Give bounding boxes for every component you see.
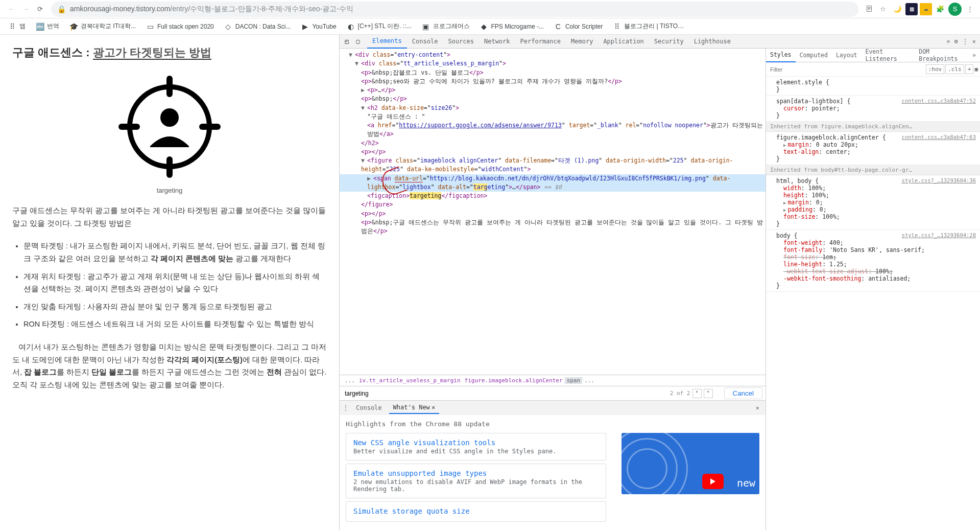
dom-tree[interactable]: ▼<div class="entry-content"> ▼<div class… bbox=[340, 49, 766, 375]
hov-toggle[interactable]: :hov bbox=[926, 64, 945, 74]
bookmark-item[interactable]: ▭Full stack open 2020 bbox=[142, 20, 218, 33]
bullet-list: 문맥 타겟팅 : 내가 포스팅한 페이지 내에서, 키워드 분석, 단어 빈도,… bbox=[23, 240, 327, 331]
svg-point-5 bbox=[160, 108, 179, 127]
list-item: 게재 위치 타겟팅 : 광고주가 광고 게재 위치(문맥 내 또는 상단 등)나… bbox=[23, 270, 327, 295]
bookmark-item[interactable]: 🔤번역 bbox=[32, 20, 63, 33]
elements-panel: ▼<div class="entry-content"> ▼<div class… bbox=[340, 49, 766, 530]
figure-caption: targeting bbox=[12, 187, 327, 194]
styles-tab-event-listeners[interactable]: Event Listeners bbox=[861, 49, 915, 62]
news-item[interactable]: Simulate storage quota size bbox=[346, 501, 606, 522]
cls-toggle[interactable]: .cls bbox=[945, 64, 964, 74]
drawer-close-icon[interactable]: ✕ bbox=[753, 404, 762, 411]
devtools-tab-memory[interactable]: Memory bbox=[566, 35, 598, 49]
devtools-tab-application[interactable]: Application bbox=[598, 35, 649, 49]
settings-icon[interactable]: ⚙ bbox=[954, 38, 958, 45]
devtools-tab-console[interactable]: Console bbox=[407, 35, 443, 49]
url-text: amkorousagi-money.tistory.com/entry/수익형-… bbox=[70, 5, 852, 14]
devtools-tab-performance[interactable]: Performance bbox=[515, 35, 566, 49]
page-content: 구글 애드센스 : 광고가 타겟팅되는 방법 targeting 구글 애드센스… bbox=[0, 35, 339, 530]
profile-avatar[interactable]: S bbox=[948, 3, 962, 16]
browser-actions: 🈂 ☆ 🌙 ▦ ☁ 🧩 S ⋮ bbox=[863, 3, 976, 16]
more-tabs-icon[interactable]: » bbox=[946, 38, 950, 45]
translate-icon[interactable]: 🈂 bbox=[863, 3, 875, 15]
bookmarks-bar: ⠿앱🔤번역🎓경북대학교 IT대학...▭Full stack open 2020… bbox=[0, 18, 980, 35]
list-item: 개인 맞춤 타게팅 : 사용자의 관심 분야 및 인구 통계 등으로 타겟팅된 … bbox=[23, 301, 327, 313]
inspect-icon[interactable]: ◰ bbox=[343, 38, 351, 45]
bookmark-item[interactable]: ◇DACON : Data Sci... bbox=[220, 20, 295, 33]
search-next[interactable]: ˅ bbox=[704, 389, 713, 398]
bookmark-item[interactable]: 🎓경북대학교 IT대학... bbox=[65, 20, 140, 33]
bookmark-item[interactable]: CColor Scripter bbox=[550, 20, 607, 33]
svg-rect-1 bbox=[166, 76, 173, 97]
dom-breadcrumb[interactable]: ... iv.tt_article_useless_p_margin figur… bbox=[340, 375, 766, 386]
styles-tab-computed[interactable]: Computed bbox=[796, 49, 832, 62]
css-rule[interactable]: figure.imageblock.alignCenter {content.c… bbox=[766, 132, 980, 165]
ext-icon-1[interactable]: 🌙 bbox=[891, 3, 903, 15]
intro-text: 구글 애드센스는 무작위 광고를 보여주는 게 아니라 타겟팅된 광고를 보여준… bbox=[12, 204, 327, 229]
styles-filter-input[interactable] bbox=[766, 64, 924, 75]
devtools-tab-network[interactable]: Network bbox=[479, 35, 515, 49]
back-button[interactable]: ← bbox=[4, 2, 18, 16]
new-rule-icon[interactable]: + bbox=[965, 64, 974, 74]
star-icon[interactable]: ☆ bbox=[877, 3, 889, 15]
css-rule[interactable]: span[data-lightbox] {content.css…c3a8ab4… bbox=[766, 96, 980, 122]
styles-tab-dom-breakpoints[interactable]: DOM Breakpoints bbox=[915, 49, 968, 62]
devtools-tab-security[interactable]: Security bbox=[649, 35, 689, 49]
lock-icon: 🔒 bbox=[57, 5, 66, 13]
devtools-toolbar: ◰ ▢ ElementsConsoleSourcesNetworkPerform… bbox=[340, 35, 980, 49]
address-bar[interactable]: 🔒 amkorousagi-money.tistory.com/entry/수익… bbox=[51, 2, 858, 17]
bookmark-item[interactable]: ⠿블로그관리 | TISTO… bbox=[609, 20, 688, 33]
news-item[interactable]: Emulate unsupported image types2 new emu… bbox=[346, 464, 606, 498]
play-icon bbox=[702, 474, 724, 489]
elements-search-bar: 2 of 2 ˄ ˅ Cancel bbox=[340, 386, 766, 400]
sidebar-toggle-icon[interactable]: ▣ bbox=[974, 66, 978, 73]
devtools-menu-icon[interactable]: ⋮ bbox=[962, 38, 968, 45]
search-prev[interactable]: ˄ bbox=[692, 389, 702, 398]
extensions-icon[interactable]: 🧩 bbox=[934, 3, 946, 15]
styles-tab-layout[interactable]: Layout bbox=[832, 49, 862, 62]
inherit-separator: Inherited from figure.imageblock.alignCe… bbox=[766, 122, 980, 132]
list-item: 문맥 타겟팅 : 내가 포스팅한 페이지 내에서, 키워드 분석, 단어 빈도,… bbox=[23, 240, 327, 265]
bookmark-item[interactable]: ◐[C++] STL 이란. ::... bbox=[343, 20, 416, 33]
styles-panel: StylesComputedLayoutEvent ListenersDOM B… bbox=[766, 49, 980, 530]
ext-icon-2[interactable]: ▦ bbox=[905, 3, 918, 15]
browser-toolbar: ← → ⟳ 🔒 amkorousagi-money.tistory.com/en… bbox=[0, 0, 980, 18]
styles-tab-styles[interactable]: Styles bbox=[766, 49, 796, 62]
svg-rect-2 bbox=[166, 156, 173, 178]
devtools-tab-sources[interactable]: Sources bbox=[443, 35, 479, 49]
drawer-heading: Highlights from the Chrome 88 update bbox=[346, 420, 759, 428]
ext-icon-3[interactable]: ☁ bbox=[920, 3, 932, 15]
svg-rect-4 bbox=[199, 124, 221, 130]
page-heading: 구글 애드센스 : 광고가 타겟팅되는 방법 bbox=[12, 45, 327, 60]
css-rule[interactable]: body {style.css?_…13293604:28font-weight… bbox=[766, 230, 980, 292]
devtools-tab-elements[interactable]: Elements bbox=[367, 35, 407, 49]
devtools-tab-lighthouse[interactable]: Lighthouse bbox=[689, 35, 736, 49]
device-icon[interactable]: ▢ bbox=[354, 38, 362, 45]
bookmark-item[interactable]: ⠿앱 bbox=[4, 20, 30, 33]
drawer-tab-console[interactable]: Console bbox=[352, 402, 386, 413]
reload-button[interactable]: ⟳ bbox=[33, 2, 47, 16]
svg-rect-3 bbox=[118, 124, 140, 130]
close-tab-icon[interactable]: ✕ bbox=[432, 404, 435, 411]
news-item[interactable]: New CSS angle visualization toolsBetter … bbox=[346, 433, 606, 460]
console-drawer: ⋮ Console What's New ✕ ✕ Highlights from… bbox=[340, 400, 766, 530]
inherit-separator: Inherited from body#tt-body-page.color-g… bbox=[766, 165, 980, 175]
search-input[interactable] bbox=[343, 388, 668, 399]
promo-video[interactable]: new bbox=[622, 433, 759, 494]
list-item: RON 타겟팅 : 애드센스 네트워크 내 거의 모든 사이트를 타겟팅할 수 … bbox=[23, 318, 327, 331]
heading-link[interactable]: 광고가 타겟팅되는 방법 bbox=[93, 46, 211, 60]
css-rule[interactable]: html, body {style.css?_…13293604:36width… bbox=[766, 175, 980, 230]
bookmark-item[interactable]: ◆FPS Microgame -... bbox=[476, 20, 548, 33]
cancel-button[interactable]: Cancel bbox=[724, 387, 763, 399]
styles-more-icon[interactable]: » bbox=[968, 49, 980, 62]
drawer-menu-icon[interactable]: ⋮ bbox=[343, 404, 349, 411]
drawer-tab-whatsnew[interactable]: What's New ✕ bbox=[389, 402, 440, 414]
menu-icon[interactable]: ⋮ bbox=[964, 3, 976, 15]
target-icon bbox=[113, 71, 226, 185]
css-rule[interactable]: element.style {} bbox=[766, 77, 980, 96]
forward-button[interactable]: → bbox=[18, 2, 33, 16]
paragraph-2: 여기서 내가 포스팅하는 콘텐츠가 영향을 미치는 방식은 문맥 타겟팅뿐이다.… bbox=[12, 341, 327, 391]
devtools-close-icon[interactable]: ✕ bbox=[972, 38, 976, 45]
bookmark-item[interactable]: ▶YouTube bbox=[297, 20, 340, 33]
bookmark-item[interactable]: ▣프로그래머스 bbox=[418, 20, 474, 33]
